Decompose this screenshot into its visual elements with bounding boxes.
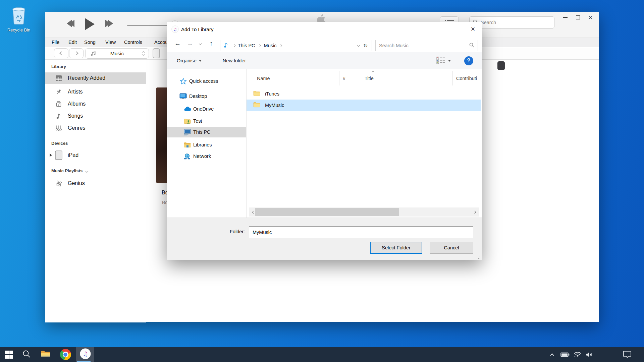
nav-forward-icon[interactable]: → [187, 40, 193, 47]
taskbar-search-button[interactable] [18, 347, 35, 362]
address-bar[interactable]: This PC Music [220, 40, 372, 51]
music-location-icon [224, 42, 228, 49]
songs-icon [55, 113, 63, 119]
column-name[interactable]: Name [257, 76, 270, 81]
sidebar-item-recently-added[interactable]: Recently Added [45, 72, 146, 84]
folder-name-input[interactable] [249, 226, 473, 238]
column-contributing[interactable]: Contributi [456, 76, 477, 81]
sidebar-item-genres[interactable]: Genres [45, 122, 146, 134]
file-list-header: Name # Title Contributi [247, 69, 482, 85]
column-number[interactable]: # [343, 76, 345, 81]
nav-item-network[interactable]: Network [167, 151, 246, 162]
menu-edit[interactable]: Edit [68, 40, 77, 45]
menu-view[interactable]: View [105, 40, 116, 45]
maximize-button[interactable] [574, 14, 582, 21]
column-title[interactable]: Title [365, 76, 374, 81]
windows-logo-icon [5, 351, 13, 359]
artists-icon [55, 89, 63, 95]
back-button[interactable] [54, 48, 68, 58]
picker-chevrons-icon [142, 51, 144, 55]
file-row-mymusic[interactable]: MyMusic [247, 100, 481, 111]
start-button[interactable] [1, 347, 17, 362]
volume-icon[interactable] [584, 347, 595, 362]
nav-item-test[interactable]: Test [167, 116, 246, 126]
itunes-icon: ♫ [80, 348, 91, 361]
media-picker[interactable]: Music [85, 48, 149, 59]
cancel-button[interactable]: Cancel [430, 242, 473, 254]
rewind-button[interactable] [67, 20, 74, 28]
sidebar-item-ipad[interactable]: iPad [45, 149, 146, 161]
nav-item-quick-access[interactable]: Quick access [167, 76, 246, 86]
new-folder-button[interactable]: New folder [223, 58, 246, 63]
taskbar: ♫ [0, 347, 644, 362]
address-dropdown-icon[interactable] [357, 44, 360, 46]
genius-icon [55, 180, 63, 187]
desktop: Recycle Bin [0, 0, 644, 362]
wifi-icon[interactable] [572, 347, 583, 362]
refresh-icon[interactable]: ↻ [363, 43, 368, 49]
view-caret-icon [448, 60, 451, 62]
scroll-right-button[interactable] [470, 207, 479, 217]
search-icon [22, 350, 31, 360]
collapse-chevron-icon[interactable] [86, 170, 88, 173]
close-button[interactable]: × [586, 14, 594, 21]
sidebar-item-songs[interactable]: Songs [45, 110, 146, 122]
change-view-button[interactable] [436, 56, 451, 65]
recycle-bin-label: Recycle Bin [6, 27, 32, 33]
nav-item-onedrive[interactable]: OneDrive [167, 104, 246, 114]
dialog-close-button[interactable]: × [468, 24, 478, 34]
itunes-search-input[interactable] [481, 20, 551, 25]
fast-forward-button[interactable] [105, 20, 113, 28]
nav-item-this-pc[interactable]: This PC [167, 127, 246, 137]
cloud-icon [183, 107, 192, 112]
file-row-itunes[interactable]: iTunes [247, 88, 481, 100]
organise-menu[interactable]: Organise [177, 58, 202, 63]
horizontal-scrollbar[interactable] [249, 207, 479, 217]
content-peek-icon [497, 61, 505, 70]
breadcrumb-this-pc[interactable]: This PC [238, 43, 255, 48]
sort-ascending-icon [372, 71, 374, 73]
folder-label: Folder: [230, 229, 245, 234]
pc-icon [183, 129, 192, 136]
details-view-icon [436, 56, 445, 65]
itunes-sidebar: Library Recently Added Artists Albums [45, 60, 146, 322]
dialog-titlebar: ♫ Add To Library × [167, 22, 482, 37]
nav-back-icon[interactable]: ← [174, 40, 181, 47]
menu-controls[interactable]: Controls [124, 40, 142, 45]
svg-text:♫: ♫ [83, 350, 88, 357]
minimize-button[interactable] [561, 14, 569, 21]
sidebar-header-library: Library [51, 64, 66, 69]
recently-added-icon [55, 75, 63, 81]
tray-expand-button[interactable] [547, 347, 557, 362]
dropdown-caret-icon [199, 60, 202, 62]
recycle-bin[interactable]: Recycle Bin [6, 5, 32, 33]
nav-item-libraries[interactable]: Libraries [167, 139, 246, 150]
desktop-icon [179, 93, 187, 99]
sidebar-item-albums[interactable]: Albums [45, 98, 146, 110]
sidebar-item-artists[interactable]: Artists [45, 86, 146, 98]
folder-icon [253, 102, 260, 109]
nav-item-desktop[interactable]: Desktop [167, 91, 246, 102]
action-center-icon[interactable] [621, 347, 634, 362]
battery-icon[interactable] [559, 347, 571, 362]
folder-icon [253, 90, 260, 97]
dialog-search-box[interactable] [375, 40, 478, 51]
play-button[interactable] [85, 18, 95, 32]
taskbar-itunes-button[interactable]: ♫ [76, 347, 94, 362]
disclosure-icon[interactable] [50, 154, 52, 157]
scrollbar-thumb[interactable] [255, 208, 399, 216]
taskbar-chrome-button[interactable] [57, 347, 73, 362]
resize-grip[interactable] [476, 255, 480, 259]
dialog-search-input[interactable] [379, 43, 467, 48]
select-folder-button[interactable]: Select Folder [370, 242, 422, 254]
nav-up-icon[interactable]: ↑ [210, 40, 213, 47]
menu-file[interactable]: File [52, 40, 59, 45]
device-button[interactable] [153, 48, 160, 58]
menu-song[interactable]: Song [84, 40, 96, 45]
nav-history-chevron-icon[interactable] [199, 42, 202, 45]
taskbar-file-explorer-button[interactable] [38, 347, 54, 362]
sidebar-item-genius[interactable]: Genius [45, 178, 146, 189]
help-button[interactable]: ? [464, 56, 473, 65]
forward-button[interactable] [69, 48, 84, 58]
breadcrumb-music[interactable]: Music [264, 43, 277, 48]
